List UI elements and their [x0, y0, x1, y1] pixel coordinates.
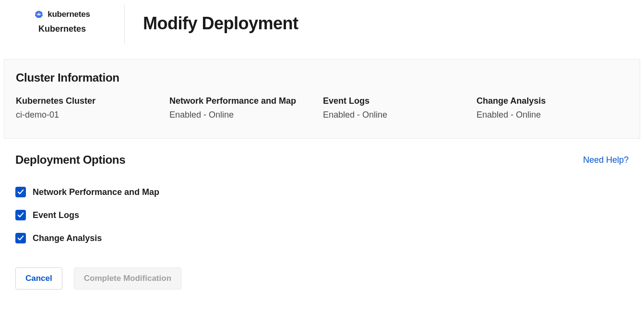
- cluster-info-title: Cluster Information: [16, 71, 628, 85]
- info-col-change: Change Analysis Enabled - Online: [477, 96, 630, 120]
- checkbox-label: Network Performance and Map: [33, 187, 159, 197]
- logo-text: kubernetes: [48, 10, 90, 19]
- platform-block: kubernetes Kubernetes: [0, 5, 125, 44]
- checkbox-label: Event Logs: [33, 210, 79, 220]
- checkbox-change[interactable]: [15, 233, 26, 243]
- info-col-events: Event Logs Enabled - Online: [323, 96, 477, 120]
- checkbox-network[interactable]: [15, 187, 26, 197]
- deployment-options-section: Deployment Options Need Help? Network Pe…: [0, 139, 644, 290]
- options-title: Deployment Options: [15, 153, 125, 167]
- info-value: Enabled - Online: [477, 110, 630, 120]
- cluster-info-panel: Cluster Information Kubernetes Cluster c…: [4, 59, 640, 139]
- info-value: Enabled - Online: [323, 110, 477, 120]
- info-label: Event Logs: [323, 96, 477, 106]
- page-header: kubernetes Kubernetes Modify Deployment: [0, 0, 644, 44]
- page-title: Modify Deployment: [125, 5, 298, 34]
- info-label: Kubernetes Cluster: [16, 96, 169, 106]
- svg-point-0: [38, 13, 39, 15]
- platform-label: Kubernetes: [38, 24, 86, 34]
- checkbox-label: Change Analysis: [33, 233, 102, 243]
- complete-modification-button[interactable]: Complete Modification: [74, 267, 181, 290]
- checkbox-row-change: Change Analysis: [15, 233, 629, 243]
- checkbox-list: Network Performance and Map Event Logs C…: [15, 187, 629, 243]
- cancel-button[interactable]: Cancel: [15, 267, 62, 290]
- checkbox-row-network: Network Performance and Map: [15, 187, 629, 197]
- cluster-info-grid: Kubernetes Cluster ci-demo-01 Network Pe…: [16, 96, 628, 120]
- info-col-network: Network Performance and Map Enabled - On…: [169, 96, 323, 120]
- logo-row: kubernetes: [34, 10, 90, 19]
- info-value: ci-demo-01: [16, 110, 169, 120]
- button-row: Cancel Complete Modification: [15, 267, 629, 290]
- info-label: Network Performance and Map: [169, 96, 323, 106]
- checkbox-row-events: Event Logs: [15, 210, 629, 220]
- info-label: Change Analysis: [477, 96, 630, 106]
- info-col-cluster: Kubernetes Cluster ci-demo-01: [16, 96, 169, 120]
- info-value: Enabled - Online: [169, 110, 323, 120]
- options-header: Deployment Options Need Help?: [15, 153, 629, 167]
- checkbox-events[interactable]: [15, 210, 26, 220]
- kubernetes-icon: [34, 10, 44, 19]
- help-link[interactable]: Need Help?: [583, 155, 629, 165]
